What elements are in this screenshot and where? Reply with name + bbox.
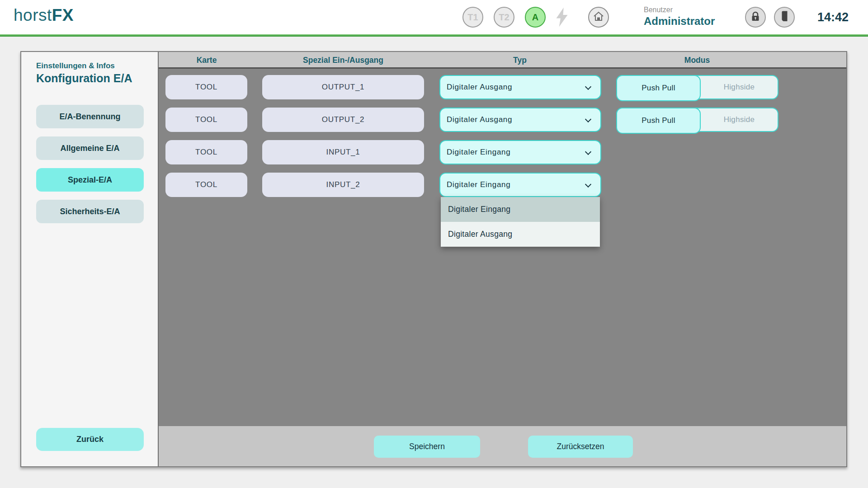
karte-cell[interactable]: TOOL [165, 75, 247, 99]
dropdown-option-digitaler-ausgang[interactable]: Digitaler Ausgang [441, 222, 600, 247]
karte-cell[interactable]: TOOL [165, 173, 247, 197]
table-row: TOOL INPUT_2 Digitaler Eingang Digitaler… [159, 173, 846, 197]
chevron-down-icon [585, 116, 591, 122]
modus-toggle: Push Pull Highside [616, 75, 778, 99]
modus-option-highside[interactable]: Highside [701, 76, 778, 99]
modus-option-push-pull[interactable]: Push Pull [616, 108, 701, 134]
table-row: TOOL INPUT_1 Digitaler Eingang [159, 140, 846, 164]
typ-select-value: Digitaler Eingang [447, 148, 510, 157]
spezial-ea-content: Karte Spezial Ein-/Ausgang Typ Modus TOO… [159, 52, 846, 466]
io-cell[interactable]: OUTPUT_2 [262, 108, 424, 132]
modus-toggle: Push Pull Highside [616, 108, 778, 132]
typ-dropdown-menu: Digitaler Eingang Digitaler Ausgang [441, 197, 600, 247]
chevron-down-icon [585, 84, 591, 90]
action-bar: Speichern Zurücksetzen [159, 426, 846, 466]
chevron-down-icon [585, 181, 591, 188]
reset-button[interactable]: Zurücksetzen [528, 436, 633, 458]
column-header-typ: Typ [513, 52, 527, 69]
table-body: TOOL OUTPUT_1 Digitaler Ausgang Push Pul… [159, 69, 846, 426]
typ-select[interactable]: Digitaler Ausgang [439, 108, 601, 132]
breadcrumb: Einstellungen & Infos [36, 61, 115, 70]
logo-text-thin: horst [14, 6, 52, 24]
typ-select[interactable]: Digitaler Eingang [439, 140, 601, 164]
home-button[interactable] [588, 7, 609, 28]
settings-panel: Einstellungen & Infos Konfiguration E/A … [20, 51, 847, 467]
table-row: TOOL OUTPUT_2 Digitaler Ausgang Push Pul… [159, 108, 846, 132]
typ-select-open[interactable]: Digitaler Eingang [439, 173, 601, 197]
book-icon [779, 10, 790, 24]
modus-option-push-pull[interactable]: Push Pull [616, 75, 701, 101]
back-button[interactable]: Zurück [36, 428, 144, 451]
user-name: Administrator [644, 14, 715, 28]
mode-button-automatic[interactable]: A [525, 7, 546, 28]
typ-select-value: Digitaler Ausgang [447, 83, 512, 92]
sidebar-item-spezial-ea[interactable]: Spezial-E/A [36, 168, 144, 192]
horstfx-logo: horstFX [14, 6, 74, 25]
home-icon [593, 11, 604, 24]
table-header: Karte Spezial Ein-/Ausgang Typ Modus [159, 52, 846, 69]
lock-button[interactable] [745, 7, 766, 28]
dropdown-option-digitaler-eingang[interactable]: Digitaler Eingang [441, 197, 600, 222]
column-header-karte: Karte [197, 52, 217, 69]
sidebar: Einstellungen & Infos Konfiguration E/A … [21, 52, 159, 466]
column-header-modus: Modus [684, 52, 710, 69]
io-cell[interactable]: OUTPUT_1 [262, 75, 424, 99]
karte-cell[interactable]: TOOL [165, 140, 247, 164]
lock-icon [750, 10, 761, 24]
manual-button[interactable] [774, 7, 795, 28]
column-header-spezial-ein-ausgang: Spezial Ein-/Ausgang [303, 52, 383, 69]
chevron-down-icon [585, 149, 591, 155]
karte-cell[interactable]: TOOL [165, 108, 247, 132]
mode-button-t2[interactable]: T2 [494, 7, 514, 28]
modus-option-highside[interactable]: Highside [701, 108, 778, 131]
typ-select[interactable]: Digitaler Ausgang [439, 75, 601, 99]
sidebar-nav: E/A-Benennung Allgemeine E/A Spezial-E/A… [36, 105, 144, 231]
sidebar-item-allgemeine-ea[interactable]: Allgemeine E/A [36, 136, 144, 160]
mode-button-t1[interactable]: T1 [462, 7, 483, 28]
header-divider [0, 34, 868, 37]
sidebar-item-sicherheits-ea[interactable]: Sicherheits-E/A [36, 200, 144, 223]
app-header: horstFX T1 T2 A Benutzer Administrator [0, 0, 868, 34]
typ-select-value: Digitaler Ausgang [447, 115, 512, 124]
power-lightning-icon [555, 7, 569, 27]
user-block: Benutzer Administrator [644, 5, 715, 28]
typ-select-value: Digitaler Eingang [447, 180, 510, 189]
clock: 14:42 [803, 10, 849, 24]
sidebar-item-ea-benennung[interactable]: E/A-Benennung [36, 105, 144, 128]
io-cell[interactable]: INPUT_2 [262, 173, 424, 197]
io-cell[interactable]: INPUT_1 [262, 140, 424, 164]
page-title: Konfiguration E/A [36, 72, 132, 85]
logo-text-bold: FX [52, 6, 74, 24]
table-row: TOOL OUTPUT_1 Digitaler Ausgang Push Pul… [159, 75, 846, 99]
user-label: Benutzer [644, 5, 715, 14]
save-button[interactable]: Speichern [374, 436, 480, 458]
